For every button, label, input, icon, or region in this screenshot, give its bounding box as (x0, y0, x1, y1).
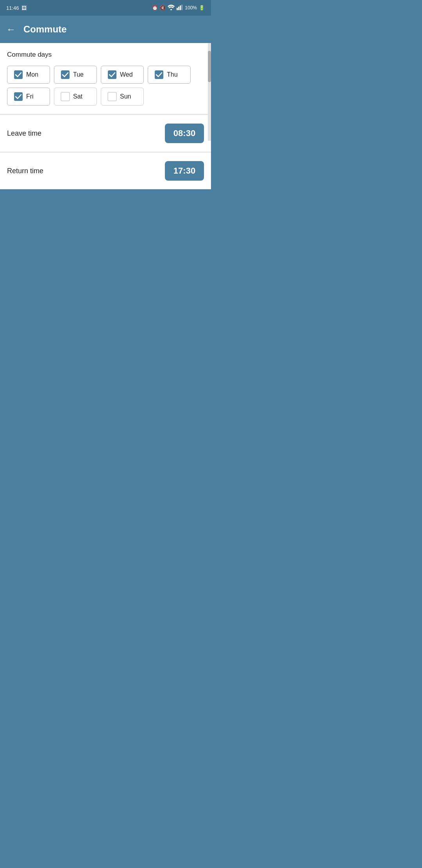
svg-rect-4 (181, 5, 182, 10)
commute-days-section: Commute days Mon Tue Wed Thu Fri Sat Sun (0, 43, 211, 113)
background-fill (0, 189, 211, 434)
return-time-button[interactable]: 17:30 (165, 161, 204, 181)
return-time-row: Return time 17:30 (0, 152, 211, 189)
day-checkbox-tue[interactable]: Tue (54, 66, 97, 84)
day-label-sun: Sun (120, 93, 131, 100)
gallery-icon: 🖼 (21, 5, 27, 11)
day-label-wed: Wed (120, 71, 133, 78)
status-left: 11:46 🖼 (6, 5, 27, 11)
day-label-tue: Tue (73, 71, 84, 78)
wifi-icon (168, 5, 175, 11)
alarm-icon: ⏰ (152, 5, 158, 11)
svg-rect-11 (108, 92, 116, 101)
day-checkbox-sun[interactable]: Sun (101, 88, 144, 106)
day-label-sat: Sat (73, 93, 82, 100)
section-title-commute-days: Commute days (7, 51, 204, 59)
day-checkbox-mon[interactable]: Mon (7, 66, 50, 84)
time-display: 11:46 (6, 5, 19, 11)
scroll-thumb[interactable] (208, 51, 211, 82)
svg-rect-2 (178, 7, 179, 10)
svg-rect-1 (177, 8, 178, 10)
leave-time-button[interactable]: 08:30 (165, 124, 204, 143)
day-label-mon: Mon (26, 71, 38, 78)
toolbar-title: Commute (23, 24, 67, 35)
day-label-thu: Thu (167, 71, 178, 78)
svg-rect-10 (61, 92, 70, 101)
day-label-fri: Fri (26, 93, 34, 100)
day-checkbox-fri[interactable]: Fri (7, 88, 50, 106)
return-time-label: Return time (7, 167, 43, 175)
status-right: ⏰ 🔇 100% 🔋 (152, 5, 205, 11)
scroll-indicator[interactable] (208, 43, 211, 141)
svg-point-0 (170, 9, 172, 10)
day-checkbox-thu[interactable]: Thu (148, 66, 191, 84)
day-checkbox-sat[interactable]: Sat (54, 88, 97, 106)
signal-icon (177, 5, 183, 11)
battery-display: 100% (185, 5, 197, 11)
svg-rect-3 (180, 5, 181, 10)
content-area: Commute days Mon Tue Wed Thu Fri Sat Sun (0, 43, 211, 189)
days-grid: Mon Tue Wed Thu Fri Sat Sun (7, 66, 204, 106)
leave-time-label: Leave time (7, 129, 41, 138)
toolbar: ← Commute (0, 16, 211, 43)
leave-time-row: Leave time 08:30 (0, 115, 211, 152)
mute-icon: 🔇 (160, 5, 166, 11)
battery-icon: 🔋 (199, 5, 205, 11)
status-bar: 11:46 🖼 ⏰ 🔇 100% (0, 0, 211, 16)
back-button[interactable]: ← (6, 24, 16, 35)
day-checkbox-wed[interactable]: Wed (101, 66, 144, 84)
